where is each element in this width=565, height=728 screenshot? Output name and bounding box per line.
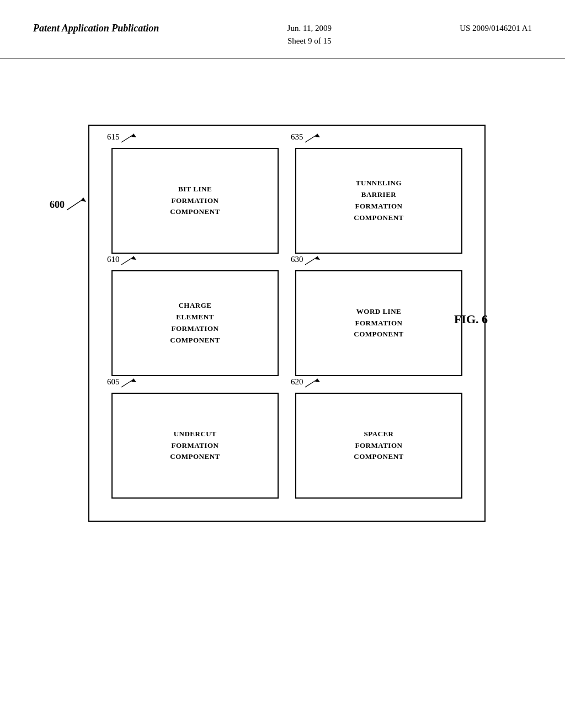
ref-620-arrow — [305, 377, 322, 388]
figure-title: FIG. 6 — [454, 312, 488, 326]
comp-610-text: CHARGEELEMENTFORMATIONCOMPONENT — [170, 300, 220, 346]
page-content: 600 615 BIT LINEFORMATIONC — [0, 58, 565, 720]
svg-marker-1 — [81, 197, 86, 202]
header-date-sheet: Jun. 11, 2009 Sheet 9 of 15 — [287, 22, 332, 47]
header-patent-number: US 2009/0146201 A1 — [460, 22, 532, 35]
comp-635: 635 TUNNELINGBARRIERFORMATIONCOMPONENT — [295, 148, 462, 254]
header-sheet: Sheet 9 of 15 — [287, 36, 332, 45]
comp-615: 615 BIT LINEFORMATIONCOMPONENT — [111, 148, 279, 254]
header-date: Jun. 11, 2009 — [287, 24, 332, 33]
ref-635-label: 635 — [291, 132, 322, 143]
page-header: Patent Application Publication Jun. 11, … — [0, 0, 565, 58]
svg-line-8 — [305, 257, 317, 265]
comp-630: 630 WORD LINEFORMATIONCOMPONENT — [295, 270, 462, 376]
ref-635-arrow — [305, 132, 322, 143]
figure-container: 600 615 BIT LINEFORMATIONC — [44, 125, 521, 522]
ref-610-arrow — [121, 255, 138, 266]
comp-630-text: WORD LINEFORMATIONCOMPONENT — [354, 306, 403, 340]
svg-line-6 — [121, 257, 134, 265]
svg-line-4 — [305, 135, 317, 142]
ref-615-arrow — [121, 132, 138, 143]
ref-630-arrow — [305, 255, 322, 266]
comp-615-text: BIT LINEFORMATIONCOMPONENT — [170, 184, 220, 218]
ref-630-label: 630 — [291, 255, 322, 266]
svg-line-2 — [121, 135, 134, 142]
comp-635-text: TUNNELINGBARRIERFORMATIONCOMPONENT — [354, 178, 403, 223]
ref-600-arrow — [67, 196, 89, 213]
svg-line-10 — [121, 379, 134, 387]
comp-605: 605 UNDERCUTFORMATIONCOMPONENT — [111, 393, 279, 499]
svg-line-12 — [305, 379, 317, 387]
ref-605-label: 605 — [107, 377, 138, 388]
comp-610: 610 CHARGEELEMENTFORMATIONCOMPONENT — [111, 270, 279, 376]
component-grid: 615 BIT LINEFORMATIONCOMPONENT 635 — [89, 126, 484, 521]
publication-title: Patent Application Publication — [33, 22, 159, 35]
ref-620-label: 620 — [291, 377, 322, 388]
ref-615-label: 615 — [107, 132, 138, 143]
ref-605-arrow — [121, 377, 138, 388]
comp-620-text: SPACERFORMATIONCOMPONENT — [354, 429, 403, 463]
comp-620: 620 SPACERFORMATIONCOMPONENT — [295, 393, 462, 499]
ref-610-label: 610 — [107, 255, 138, 266]
ref-600: 600 — [50, 196, 89, 213]
comp-605-text: UNDERCUTFORMATIONCOMPONENT — [170, 429, 220, 463]
outer-diagram-box: 615 BIT LINEFORMATIONCOMPONENT 635 — [88, 125, 486, 522]
